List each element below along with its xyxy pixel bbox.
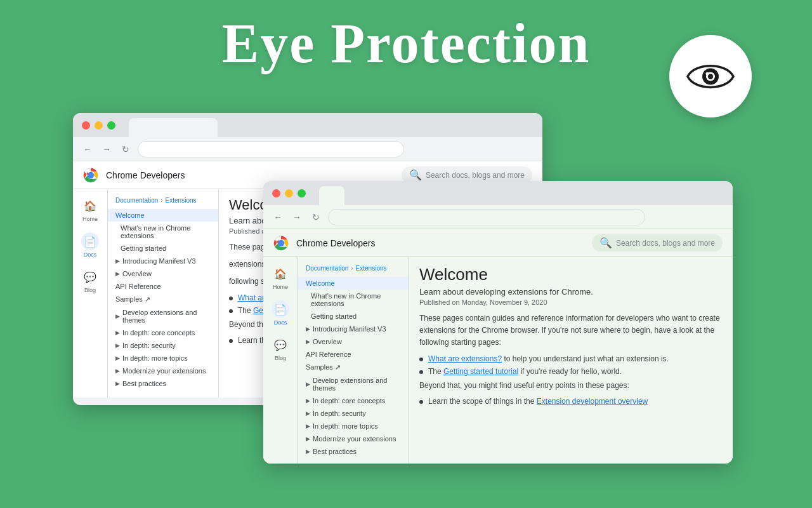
nav-api-front[interactable]: API Reference — [298, 348, 409, 361]
close-button-back[interactable] — [82, 121, 90, 130]
address-bar-back[interactable] — [138, 141, 404, 157]
nav-develop-back[interactable]: ▶ Develop extensions and themes — [108, 306, 218, 326]
nav-welcome-back[interactable]: Welcome — [108, 209, 218, 222]
search-placeholder-front: Search docs, blogs and more — [616, 239, 715, 248]
docs-icon-back: 📄 — [81, 232, 99, 250]
maximize-button-front[interactable] — [298, 189, 306, 197]
maximize-button-back[interactable] — [107, 121, 115, 130]
sidebar-item-blog-back[interactable]: 💬 Blog — [81, 268, 99, 293]
minimize-button-front[interactable] — [285, 189, 293, 197]
page-subtitle-front: Learn about developing extensions for Ch… — [419, 287, 723, 297]
forward-btn[interactable]: → — [100, 142, 114, 156]
sidebar-item-home-back[interactable]: 🏠 Home — [81, 197, 99, 222]
reload-btn-front[interactable]: ↻ — [309, 210, 323, 224]
nav-indepth-security-front[interactable]: ▶ In depth: security — [298, 407, 409, 420]
bullet2-link-front[interactable]: Getting started tutorial — [443, 367, 518, 376]
nav-panel-front: Documentation › Extensions Welcome What'… — [298, 257, 409, 464]
bullet1-front: What are extensions? to help you underst… — [419, 354, 723, 363]
eye-icon-circle — [669, 35, 752, 117]
titlebar-front — [263, 181, 733, 205]
toolbar-back: ← → ↻ — [73, 137, 542, 161]
sidebar-back: 🏠 Home 📄 Docs 💬 Blog — [73, 189, 108, 398]
titlebar-back — [73, 113, 542, 137]
page-layout-front: 🏠 Home 📄 Docs 💬 Blog Documentation › Ext… — [263, 257, 733, 464]
bullet-dot1-front — [419, 358, 423, 361]
site-title-front: Chrome Developers — [296, 238, 376, 248]
nav-samples-front[interactable]: Samples ↗ — [298, 361, 409, 374]
sidebar-front: 🏠 Home 📄 Docs 💬 Blog — [263, 257, 298, 464]
nav-overview-front[interactable]: ▶ Overview — [298, 335, 409, 348]
nav-indepth-core-back[interactable]: ▶ In depth: core concepts — [108, 326, 218, 339]
sidebar-item-blog-front[interactable]: 💬 Blog — [272, 336, 289, 361]
search-icon-back: 🔍 — [409, 169, 422, 181]
nav-whatsnew-front[interactable]: What's new in Chrome extensions — [298, 290, 409, 310]
nav-overview-back[interactable]: ▶ Overview — [108, 267, 218, 280]
bullet3-front: Learn the scope of things in the Extensi… — [419, 397, 723, 406]
search-placeholder-back: Search docs, blogs and more — [426, 171, 525, 180]
back-btn[interactable]: ← — [81, 142, 95, 156]
nav-api-back[interactable]: API Reference — [108, 280, 218, 293]
bullet-dot3-back — [229, 339, 233, 343]
content-front: Chrome Developers 🔍 Search docs, blogs a… — [263, 229, 733, 464]
body1-front: These pages contain guides and reference… — [419, 312, 723, 349]
nav-bestpractices-back[interactable]: ▶ Best practices — [108, 377, 218, 390]
sidebar-item-home-front[interactable]: 🏠 Home — [272, 265, 289, 290]
forward-btn-front[interactable]: → — [290, 210, 304, 224]
nav-manifest-front[interactable]: ▶ Introducing Manifest V3 — [298, 323, 409, 335]
nav-samples-back[interactable]: Samples ↗ — [108, 293, 218, 306]
nav-indepth-more-back[interactable]: ▶ In depth: more topics — [108, 352, 218, 364]
home-icon-back: 🏠 — [81, 197, 99, 215]
eye-icon — [685, 59, 736, 94]
page-title-front: Welcome — [419, 265, 723, 284]
browser-tab-back[interactable] — [129, 118, 218, 137]
nav-indepth-more-front[interactable]: ▶ In depth: more topics — [298, 420, 409, 432]
search-icon-front: 🔍 — [599, 237, 612, 249]
reload-btn[interactable]: ↻ — [119, 142, 133, 156]
browser-window-front: ← → ↻ Chrome Developers 🔍 Search docs, b… — [263, 181, 733, 464]
nav-indepth-core-front[interactable]: ▶ In depth: core concepts — [298, 394, 409, 407]
bullet1-link-front[interactable]: What are extensions? — [428, 354, 502, 363]
nav-modernize-back[interactable]: ▶ Modernize your extensions — [108, 364, 218, 377]
nav-welcome-front[interactable]: Welcome — [298, 277, 409, 290]
address-bar-front[interactable] — [328, 209, 645, 225]
close-button-front[interactable] — [272, 189, 280, 197]
nav-panel-back: Documentation › Extensions Welcome What'… — [108, 189, 219, 398]
blog-label-back: Blog — [84, 287, 96, 293]
blog-label-front: Blog — [275, 355, 286, 361]
tab-area-front — [319, 181, 344, 205]
bullet-dot2-front — [419, 370, 423, 374]
nav-modernize-front[interactable]: ▶ Modernize your extensions — [298, 432, 409, 445]
site-header-front: Chrome Developers 🔍 Search docs, blogs a… — [263, 229, 733, 257]
nav-getting-started-front[interactable]: Getting started — [298, 310, 409, 323]
breadcrumb-front: Documentation › Extensions — [298, 265, 409, 277]
browser-tab-front[interactable] — [319, 186, 344, 205]
bullet3-link-front[interactable]: Extension development overview — [537, 397, 648, 406]
home-label-front: Home — [273, 284, 288, 290]
nav-getting-started-back[interactable]: Getting started — [108, 242, 218, 255]
tab-area-back — [129, 113, 218, 137]
bullet-dot-back — [229, 297, 233, 300]
home-label-back: Home — [82, 216, 98, 222]
home-icon-front: 🏠 — [272, 265, 289, 283]
minimize-button-back[interactable] — [95, 121, 103, 130]
search-bar-front[interactable]: 🔍 Search docs, blogs and more — [592, 234, 723, 251]
docs-label-back: Docs — [84, 251, 97, 258]
blog-icon-back: 💬 — [81, 268, 99, 286]
svg-point-3 — [706, 72, 709, 75]
body2-front: Beyond that, you might find useful entry… — [419, 380, 723, 392]
nav-bestpractices-front[interactable]: ▶ Best practices — [298, 445, 409, 458]
blog-icon-front: 💬 — [272, 336, 289, 354]
sidebar-item-docs-back[interactable]: 📄 Docs — [81, 232, 99, 258]
bullet2-front: The Getting started tutorial if you're r… — [419, 367, 723, 376]
nav-indepth-security-back[interactable]: ▶ In depth: security — [108, 339, 218, 352]
publish-date-front: Published on Monday, November 9, 2020 — [419, 298, 723, 306]
breadcrumb-back: Documentation › Extensions — [108, 197, 218, 209]
site-title-back: Chrome Developers — [106, 170, 185, 180]
back-btn-front[interactable]: ← — [271, 210, 285, 224]
nav-develop-front[interactable]: ▶ Develop extensions and themes — [298, 374, 409, 394]
svg-point-5 — [88, 171, 94, 178]
nav-manifest-back[interactable]: ▶ Introducing Manifest V3 — [108, 255, 218, 267]
chrome-logo-front — [273, 236, 289, 251]
sidebar-item-docs-front[interactable]: 📄 Docs — [272, 300, 289, 326]
nav-whatsnew-back[interactable]: What's new in Chrome extensions — [108, 222, 218, 242]
